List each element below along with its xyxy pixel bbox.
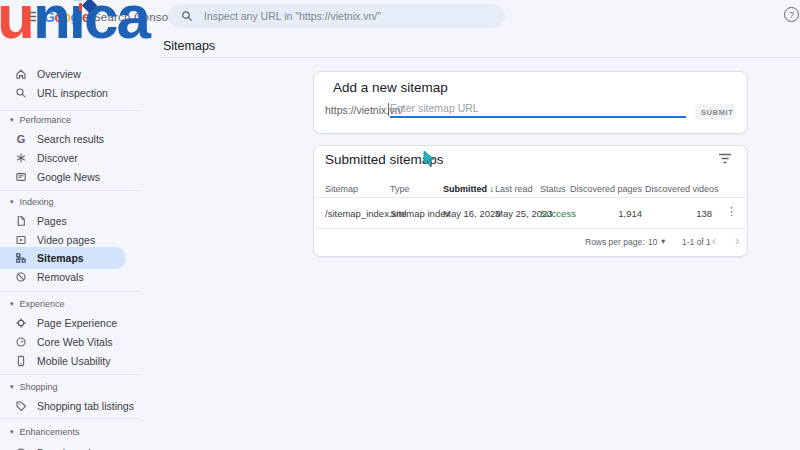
divider (313, 197, 746, 198)
chevron-down-icon: ▾ (10, 300, 14, 308)
url-inspect-searchbar[interactable] (168, 4, 505, 28)
google-letter: G (44, 9, 54, 25)
section-label: Indexing (20, 197, 54, 207)
help-glyph: ? (789, 10, 794, 20)
sidebar-item-label: Core Web Vitals (37, 336, 112, 348)
cell-discovered-videos: 138 (645, 208, 712, 219)
google-letter: o (62, 9, 70, 25)
section-label: Experience (20, 299, 65, 309)
sidebar-item-google-news[interactable]: Google News (0, 166, 126, 188)
divider (0, 418, 140, 419)
col-header-sitemap[interactable]: Sitemap (325, 184, 358, 194)
rows-per-page-label: Rows per page: (585, 237, 645, 247)
svg-text:G: G (17, 133, 26, 145)
hamburger-menu-icon[interactable] (22, 11, 37, 22)
video-pages-icon (15, 234, 27, 246)
search-icon (15, 87, 27, 99)
rows-per-page-select[interactable]: 10 (648, 237, 657, 247)
sidebar-item-url-inspection[interactable]: URL inspection (0, 82, 126, 104)
sidebar-section-shopping[interactable]: ▾ Shopping (0, 380, 58, 394)
page-title: Sitemaps (163, 39, 215, 53)
discover-icon (15, 152, 27, 164)
text-caret (388, 103, 389, 116)
divider (0, 291, 140, 292)
sidebar-item-shopping-tab-listings[interactable]: Shopping tab listings (0, 395, 126, 417)
chevron-down-icon[interactable]: ▾ (661, 236, 665, 246)
cell-discovered-pages: 1,914 (555, 208, 642, 219)
sitemaps-icon (15, 252, 27, 264)
sidebar-item-label: Shopping tab listings (37, 400, 134, 412)
mouse-cursor (423, 150, 436, 167)
unica-logo-red: u (0, 0, 33, 51)
section-label: Performance (20, 115, 72, 125)
tag-icon (15, 400, 27, 412)
next-page-icon[interactable]: › (735, 234, 739, 248)
col-header-discovered-videos[interactable]: Discovered videos (645, 184, 712, 194)
sidebar-item-label: Page Experience (37, 317, 117, 329)
divider (0, 110, 140, 111)
filter-icon[interactable] (718, 153, 732, 164)
sidebar-item-label: Overview (37, 68, 81, 80)
product-name: Search Console (93, 11, 178, 23)
search-icon (181, 10, 193, 22)
divider (0, 190, 140, 191)
sitemap-url-input[interactable] (390, 100, 686, 118)
google-g-icon: G (15, 133, 27, 145)
section-label: Enhancements (20, 427, 80, 437)
home-icon (15, 68, 27, 80)
sidebar-section-performance[interactable]: ▾ Performance (0, 113, 71, 127)
sidebar-item-label: Google News (37, 171, 100, 183)
sidebar-item-label: URL inspection (37, 87, 108, 99)
sidebar-section-enhancements[interactable]: ▾ Enhancements (0, 425, 80, 439)
chevron-down-icon: ▾ (10, 383, 14, 391)
sidebar-item-label: Pages (37, 215, 67, 227)
row-overflow-menu-icon[interactable]: ⋮ (726, 205, 737, 218)
removals-icon (15, 271, 27, 283)
col-header-last-read[interactable]: Last read (495, 184, 533, 194)
chevron-down-icon: ▾ (10, 116, 14, 124)
section-label: Shopping (20, 382, 58, 392)
chevron-down-icon: ▾ (10, 428, 14, 436)
sidebar-section-indexing[interactable]: ▾ Indexing (0, 195, 54, 209)
col-header-label: Submitted (443, 184, 487, 194)
col-header-type[interactable]: Type (390, 184, 410, 194)
col-header-discovered-pages[interactable]: Discovered pages (555, 184, 642, 194)
sidebar-item-label: Video pages (37, 234, 95, 246)
sidebar-item-mobile-usability[interactable]: Mobile Usability (0, 350, 126, 372)
google-logo: Google (44, 9, 89, 25)
search-console-app: Google Search Console ? unica Sitemaps O… (0, 0, 800, 450)
divider (160, 57, 800, 58)
chevron-down-icon: ▾ (10, 198, 14, 206)
divider (0, 374, 140, 375)
cell-submitted: May 16, 2023 (443, 208, 501, 219)
page-experience-icon (15, 317, 27, 329)
url-inspect-input[interactable] (202, 9, 496, 23)
mobile-usability-icon (15, 355, 27, 367)
divider (313, 228, 746, 229)
sidebar-section-experience[interactable]: ▾ Experience (0, 297, 65, 311)
pagination-range: 1-1 of 1 (682, 237, 711, 247)
prev-page-icon[interactable]: ‹ (712, 234, 716, 248)
pages-icon (15, 215, 27, 227)
sidebar-item-label: Mobile Usability (37, 355, 111, 367)
submit-button[interactable]: SUBMIT (695, 104, 735, 120)
sidebar-item-label: Removals (37, 271, 84, 283)
google-letter: g (71, 9, 79, 25)
col-header-submitted[interactable]: Submitted ↓ (443, 184, 494, 194)
sidebar-item-removals[interactable]: Removals (0, 266, 126, 288)
add-sitemap-title: Add a new sitemap (333, 80, 448, 95)
sidebar-item-label: Discover (37, 152, 78, 164)
sidebar-item-label: Sitemaps (37, 252, 84, 264)
news-icon (15, 171, 27, 183)
sidebar-item-breadcrumbs[interactable]: Breadcrumbs (0, 442, 126, 450)
help-icon[interactable]: ? (784, 7, 799, 22)
sidebar-item-label: Search results (37, 133, 104, 145)
core-web-vitals-icon (15, 336, 27, 348)
sort-desc-icon: ↓ (490, 184, 495, 194)
cell-type: Sitemap index (390, 208, 450, 219)
